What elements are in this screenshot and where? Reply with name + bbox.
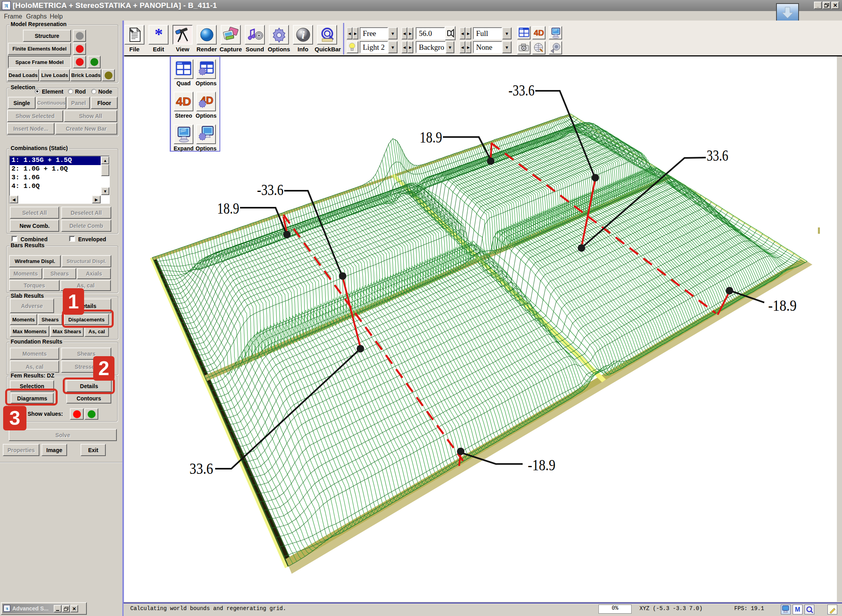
svg-text:18.9: 18.9 — [217, 199, 239, 217]
svg-text:*: * — [154, 27, 163, 43]
svg-text:-33.6: -33.6 — [257, 181, 283, 199]
svg-text:4D: 4D — [176, 95, 191, 108]
svg-text:33.6: 33.6 — [189, 460, 213, 477]
svg-text:33.6: 33.6 — [707, 146, 728, 164]
svg-text:-18.9: -18.9 — [768, 297, 797, 314]
svg-text:18.9: 18.9 — [420, 128, 442, 146]
svg-text:-18.9: -18.9 — [528, 456, 555, 474]
svg-text:4D: 4D — [534, 28, 544, 37]
svg-text:i: i — [302, 29, 305, 41]
svg-text:-33.6: -33.6 — [508, 81, 534, 99]
